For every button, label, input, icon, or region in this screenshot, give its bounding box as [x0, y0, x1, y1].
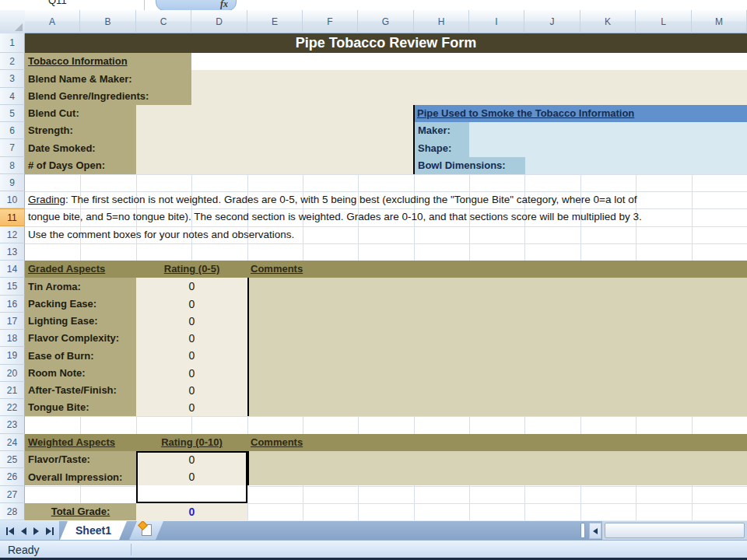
comments-header-1[interactable]: Comments	[251, 261, 406, 278]
pipe-field-label[interactable]: Maker:	[415, 122, 525, 139]
row-header-17[interactable]: 17	[0, 313, 25, 330]
last-sheet-button[interactable]	[46, 527, 54, 535]
tab-splitter-handle[interactable]	[580, 523, 585, 538]
row-header-4[interactable]: 4	[0, 88, 25, 105]
graded-rating-cell[interactable]: 0	[136, 296, 247, 313]
graded-label-cell[interactable]: After-Taste/Finish:	[25, 382, 136, 399]
tab-sheet1[interactable]: Sheet1	[60, 521, 127, 540]
name-box[interactable]: Q11	[48, 0, 67, 6]
column-header-l[interactable]: L	[636, 10, 692, 33]
row-header-13[interactable]: 13	[0, 243, 25, 261]
row-header-5[interactable]: 5	[0, 105, 25, 122]
column-header-b[interactable]: B	[80, 10, 136, 33]
pipe-section-header[interactable]: Pipe Used to Smoke the Tobacco Informati…	[415, 105, 747, 122]
tobacco-field-label[interactable]: Blend Genre/Ingredients:	[25, 88, 191, 105]
row-header-8[interactable]: 8	[0, 157, 25, 174]
tobacco-field-label[interactable]: Blend Name & Maker:	[25, 70, 191, 88]
horizontal-scrollbar[interactable]	[602, 521, 747, 541]
prev-sheet-button[interactable]	[21, 527, 26, 535]
row-header-7[interactable]: 7	[0, 139, 25, 157]
grading-note-line2[interactable]: tongue bite, and 5=no tongue bite). The …	[28, 208, 642, 226]
weighted-rating-cell[interactable]: 0	[136, 468, 247, 486]
grading-note-line1[interactable]: Grading: The first section is not weight…	[28, 191, 637, 208]
horizontal-scrollbar-thumb[interactable]	[605, 523, 745, 538]
column-header-i[interactable]: I	[469, 10, 524, 33]
graded-label-cell[interactable]: Flavor Complexity:	[25, 330, 136, 347]
row-header-27[interactable]: 27	[0, 486, 25, 503]
row-header-22[interactable]: 22	[0, 399, 25, 416]
graded-rating-cell[interactable]: 0	[136, 365, 247, 382]
row-header-23[interactable]: 23	[0, 416, 25, 434]
column-header-f[interactable]: F	[303, 10, 358, 33]
graded-rating-cell[interactable]: 0	[136, 347, 247, 365]
row2-blank-cells[interactable]	[191, 53, 747, 70]
fx-button[interactable]: fx	[156, 0, 237, 11]
column-header-g[interactable]: G	[358, 10, 414, 33]
rating-0-10-header[interactable]: Rating (0-10)	[136, 434, 247, 451]
column-header-k[interactable]: K	[580, 10, 636, 33]
title-cell[interactable]: Pipe Tobacco Review Form	[25, 33, 747, 53]
total-grade-label[interactable]: Total Grade:	[25, 503, 136, 520]
graded-comments-area[interactable]	[247, 278, 747, 416]
pipe-field-label[interactable]: Bowl Dimensions:	[415, 157, 525, 174]
row-header-2[interactable]: 2	[0, 53, 25, 70]
pipe-field-label[interactable]: Shape:	[415, 139, 525, 157]
tobacco-entry-area-top[interactable]	[191, 70, 747, 105]
column-header-e[interactable]: E	[247, 10, 303, 33]
graded-label-cell[interactable]: Tin Aroma:	[25, 278, 136, 296]
weighted-label-cell[interactable]: Flavor/Taste:	[25, 451, 136, 468]
row-header-26[interactable]: 26	[0, 468, 25, 486]
first-sheet-button[interactable]	[6, 527, 14, 535]
row-header-11[interactable]: 11	[0, 208, 25, 226]
column-header-h[interactable]: H	[414, 10, 469, 33]
row-header-6[interactable]: 6	[0, 122, 25, 139]
select-all-button[interactable]	[0, 10, 26, 34]
graded-rating-cell[interactable]: 0	[136, 278, 247, 296]
row-header-3[interactable]: 3	[0, 70, 25, 88]
row-header-24[interactable]: 24	[0, 434, 25, 451]
weighted-label-cell[interactable]: Overall Impression:	[25, 468, 136, 486]
grading-note-line3[interactable]: Use the comment boxes for your notes and…	[28, 226, 294, 243]
graded-label-cell[interactable]: Packing Ease:	[25, 296, 136, 313]
row-header-15[interactable]: 15	[0, 278, 25, 296]
tobacco-field-label[interactable]: Date Smoked:	[25, 139, 191, 157]
next-sheet-button[interactable]	[33, 527, 39, 535]
row-header-25[interactable]: 25	[0, 451, 25, 468]
row-header-28[interactable]: 28	[0, 503, 25, 520]
row-header-19[interactable]: 19	[0, 347, 25, 365]
graded-rating-cell[interactable]: 0	[136, 382, 247, 399]
tobacco-field-label[interactable]: Strength:	[25, 122, 191, 139]
graded-label-cell[interactable]: Tongue Bite:	[25, 399, 136, 416]
row-header-14[interactable]: 14	[0, 261, 25, 278]
weighted-comments-area[interactable]	[247, 451, 747, 485]
graded-rating-cell[interactable]: 0	[136, 399, 247, 416]
row-header-18[interactable]: 18	[0, 330, 25, 347]
row-header-16[interactable]: 16	[0, 296, 25, 313]
row-header-12[interactable]: 12	[0, 226, 25, 243]
graded-label-cell[interactable]: Lighting Ease:	[25, 313, 136, 330]
tobacco-field-label[interactable]: # of Days Open:	[25, 157, 191, 174]
column-header-d[interactable]: D	[191, 10, 247, 33]
tobacco-field-label[interactable]: Blend Cut:	[25, 105, 191, 122]
column-header-j[interactable]: J	[524, 10, 580, 33]
row-header-20[interactable]: 20	[0, 365, 25, 382]
row-header-10[interactable]: 10	[0, 191, 25, 208]
tobacco-section-header[interactable]: Tobacco Information	[25, 53, 191, 70]
graded-label-cell[interactable]: Ease of Burn:	[25, 347, 136, 365]
column-header-c[interactable]: C	[136, 10, 191, 33]
rating-0-5-header[interactable]: Rating (0-5)	[136, 261, 247, 278]
row-header-21[interactable]: 21	[0, 382, 25, 399]
column-header-m[interactable]: M	[692, 10, 747, 33]
row-header-9[interactable]: 9	[0, 174, 25, 191]
row-header-1[interactable]: 1	[0, 33, 25, 53]
graded-rating-cell[interactable]: 0	[136, 313, 247, 330]
graded-rating-cell[interactable]: 0	[136, 330, 247, 347]
scroll-left-button[interactable]	[589, 523, 601, 539]
comments-header-2[interactable]: Comments	[251, 434, 406, 451]
graded-label-cell[interactable]: Room Note:	[25, 365, 136, 382]
insert-worksheet-tab[interactable]	[129, 521, 163, 540]
pipe-entry-area-2[interactable]	[525, 157, 747, 174]
total-grade-value[interactable]: 0	[136, 503, 247, 520]
weighted-rating-cell[interactable]: 0	[136, 451, 247, 468]
column-header-a[interactable]: A	[25, 10, 80, 33]
